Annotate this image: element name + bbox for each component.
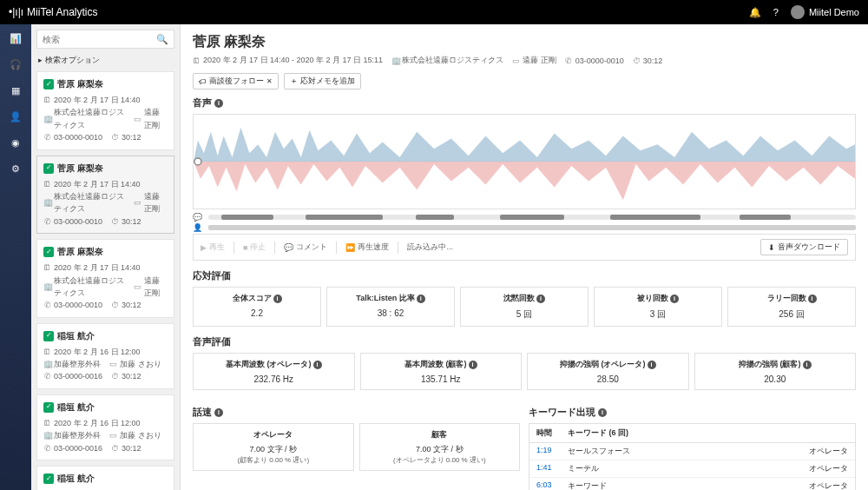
nav-dashboard-icon[interactable]: ◉	[9, 136, 23, 149]
building-icon: 🏢	[43, 113, 51, 125]
kw-word: セールスフォース	[568, 446, 805, 457]
info-icon[interactable]: i	[313, 361, 322, 369]
voice-metrics: 基本周波数 (オペレータ)i232.76 Hz 基本周波数 (顧客)i135.7…	[193, 353, 856, 390]
keyword-row[interactable]: 1:41ミーテルオペレータ	[529, 460, 855, 478]
search-options[interactable]: ▸ 検索オプション	[36, 52, 174, 71]
download-button[interactable]: ⬇ 音声ダウンロード	[760, 239, 848, 255]
check-icon: ✓	[43, 331, 54, 341]
kw-time-header: 時間	[536, 427, 568, 439]
tag-row: 🏷 商談後フォロー ✕ ＋ 応対メモを追加	[193, 73, 856, 89]
topbar-right: 🔔 ? Miitel Demo	[749, 5, 859, 19]
card-icon: ▭	[109, 429, 117, 441]
help-icon[interactable]: ?	[773, 7, 779, 17]
nav-chart-icon[interactable]: 📊	[9, 31, 23, 45]
brand-text: MiiTel Analytics	[27, 6, 97, 18]
left-nav: 📊 🎧 ▦ 👤 ◉ ⚙	[0, 24, 31, 490]
keywords-title: キーワード出現i	[529, 406, 856, 419]
timeline-bar-2[interactable]	[208, 225, 856, 230]
add-memo-button[interactable]: ＋ 応対メモを追加	[284, 73, 361, 89]
call-card[interactable]: ✓稲垣 航介 🗓2020 年 2 月 16 日 12:00 🏢加藤整形外科▭加藤…	[36, 394, 174, 460]
avatar	[791, 5, 805, 19]
clock-icon: ⏱	[111, 299, 119, 311]
speed-op: オペレータ 7.00 文字 / 秒 (顧客より 0.00 % 遅い)	[193, 423, 354, 471]
call-card[interactable]: ✓菅原 麻梨奈 🗓2020 年 2 月 17 日 14:40 🏢株式会社遠藤ロジ…	[36, 239, 174, 318]
page-title: 菅原 麻梨奈	[193, 33, 856, 51]
kw-time[interactable]: 1:19	[536, 446, 568, 457]
card-name: 菅原 麻梨奈	[57, 162, 103, 175]
metric-silence: 沈黙回数i5 回	[460, 287, 589, 327]
logo-icon: •|ı|ı	[9, 6, 23, 18]
nav-user-icon[interactable]: 👤	[9, 109, 23, 123]
svg-point-1	[194, 158, 201, 165]
card-name: 菅原 麻梨奈	[57, 245, 103, 259]
user-name: Miitel Demo	[809, 7, 859, 17]
keyword-row[interactable]: 6:03キーワードオペレータ	[529, 478, 855, 490]
speed-title: 話速i	[193, 406, 520, 419]
kw-who: オペレータ	[805, 463, 848, 474]
calendar-icon: 🗓	[43, 262, 51, 274]
kw-word: キーワード	[568, 480, 805, 490]
card-name: 稲垣 航介	[57, 401, 95, 414]
close-icon[interactable]: ✕	[266, 77, 273, 85]
info-icon[interactable]: i	[648, 361, 656, 369]
card-icon: ▭	[134, 113, 141, 125]
tag-item[interactable]: 🏷 商談後フォロー ✕	[193, 73, 279, 89]
clock-icon: ⏱	[111, 131, 119, 143]
bell-icon[interactable]: 🔔	[749, 7, 761, 18]
timeline-bar-1[interactable]	[208, 215, 856, 220]
info-icon[interactable]: i	[417, 295, 425, 303]
play-button[interactable]: ▶ 再生	[201, 242, 225, 253]
call-card[interactable]: ✓稲垣 航介 🗓2020 年 2 月 16 日 12:00 🏢加藤整形外科▭加藤…	[36, 466, 174, 490]
keyword-table: 時間 キーワード (6 回) 1:19セールスフォースオペレータ1:41ミーテル…	[529, 423, 856, 490]
info-icon[interactable]: i	[803, 361, 812, 369]
calendar-icon: 🗓	[193, 56, 201, 65]
search-input[interactable]	[43, 35, 156, 44]
sidebar: 🔍 ▸ 検索オプション ✓菅原 麻梨奈 🗓2020 年 2 月 17 日 14:…	[31, 24, 181, 490]
nav-gear-icon[interactable]: ⚙	[9, 162, 23, 175]
building-icon: 🏢	[43, 196, 51, 209]
calendar-icon: 🗓	[43, 346, 51, 358]
clock-icon: ⏱	[111, 442, 119, 454]
stop-button[interactable]: ■ 停止	[243, 242, 266, 253]
card-name: 稲垣 航介	[57, 472, 95, 486]
info-icon[interactable]: i	[598, 408, 607, 417]
clock-icon: ⏱	[111, 215, 119, 228]
info-icon[interactable]: i	[214, 408, 223, 417]
clock-icon: ⏱	[111, 370, 119, 382]
search-box[interactable]: 🔍	[36, 30, 174, 49]
call-card[interactable]: ✓菅原 麻梨奈 🗓2020 年 2 月 17 日 14:40 🏢株式会社遠藤ロジ…	[36, 71, 174, 150]
nav-headset-icon[interactable]: 🎧	[9, 57, 23, 71]
building-icon: 🏢	[43, 281, 51, 293]
kw-time[interactable]: 6:03	[536, 480, 568, 490]
metric-score: 全体スコアi2.2	[193, 287, 321, 327]
search-icon[interactable]: 🔍	[156, 34, 168, 45]
audio-controls: ▶ 再生 ■ 停止 💬 コメント ⏩ 再生速度 読み込み中... ⬇ 音声ダウン…	[193, 234, 856, 261]
call-card[interactable]: ✓菅原 麻梨奈 🗓2020 年 2 月 17 日 14:40 🏢株式会社遠藤ロジ…	[36, 156, 174, 235]
metric-f0-cu: 基本周波数 (顧客)i135.71 Hz	[360, 353, 523, 390]
info-icon[interactable]: i	[536, 295, 545, 303]
call-card[interactable]: ✓稲垣 航介 🗓2020 年 2 月 16 日 12:00 🏢加藤整形外科▭加藤…	[36, 323, 174, 389]
check-icon: ✓	[43, 402, 54, 413]
nav-grid-icon[interactable]: ▦	[9, 83, 23, 97]
info-icon[interactable]: i	[808, 295, 817, 303]
duration: 30:12	[643, 56, 663, 65]
building-icon: 🏢	[43, 358, 51, 370]
info-icon[interactable]: i	[469, 361, 477, 369]
card-icon: ▭	[512, 56, 520, 65]
clock-icon: ⏱	[633, 56, 641, 65]
info-icon[interactable]: i	[214, 99, 223, 108]
waveform[interactable]	[193, 114, 856, 209]
phone-icon: ✆	[565, 56, 573, 65]
user-menu[interactable]: Miitel Demo	[791, 5, 859, 19]
info-icon[interactable]: i	[670, 295, 679, 303]
kw-time[interactable]: 1:41	[536, 463, 568, 474]
company: 株式会社遠藤ロジスティクス	[402, 55, 503, 66]
comment-button[interactable]: 💬 コメント	[284, 242, 327, 253]
topbar: •|ı|ı MiiTel Analytics 🔔 ? Miitel Demo	[0, 0, 868, 24]
card-name: 稲垣 航介	[57, 329, 95, 343]
phone-icon: ✆	[43, 299, 51, 311]
info-icon[interactable]: i	[273, 295, 282, 303]
keyword-row[interactable]: 1:19セールスフォースオペレータ	[529, 443, 855, 460]
calendar-icon: 🗓	[43, 417, 51, 429]
speed-button[interactable]: ⏩ 再生速度	[345, 242, 389, 253]
